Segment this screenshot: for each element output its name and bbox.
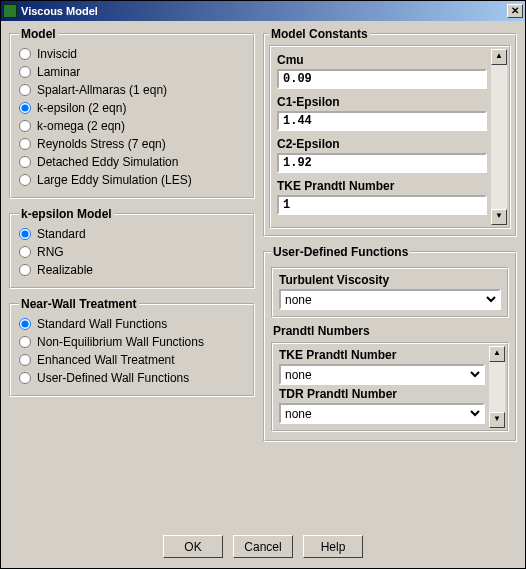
radio-nw-standard[interactable] <box>19 318 31 330</box>
label-nw-enhanced: Enhanced Wall Treatment <box>37 353 175 367</box>
c1eps-label: C1-Epsilon <box>277 95 487 109</box>
cmu-label: Cmu <box>277 53 487 67</box>
dialog-buttons: OK Cancel Help <box>9 527 517 564</box>
c2eps-input[interactable] <box>277 153 487 173</box>
nw-option-enhanced[interactable]: Enhanced Wall Treatment <box>19 351 245 369</box>
radio-les[interactable] <box>19 174 31 186</box>
prandtl-scrollbox: TKE Prandtl Number none TDR Prandtl Numb… <box>271 342 509 432</box>
cmu-input[interactable] <box>277 69 487 89</box>
radio-nw-udf[interactable] <box>19 372 31 384</box>
constants-group: Model Constants Cmu C1-Epsilon C2-Epsilo… <box>263 27 517 237</box>
turb-visc-select[interactable]: none <box>279 289 501 310</box>
label-ke-realizable: Realizable <box>37 263 93 277</box>
help-button[interactable]: Help <box>303 535 363 558</box>
tke-prandtl-input[interactable] <box>277 195 487 215</box>
constants-scrollbar[interactable]: ▲ ▼ <box>491 49 507 225</box>
model-option-spalart[interactable]: Spalart-Allmaras (1 eqn) <box>19 81 245 99</box>
ke-option-standard[interactable]: Standard <box>19 225 245 243</box>
near-wall-heading: Near-Wall Treatment <box>19 297 139 311</box>
label-nw-udf: User-Defined Wall Functions <box>37 371 189 385</box>
model-heading: Model <box>19 27 58 41</box>
scroll-down-icon[interactable]: ▼ <box>489 412 505 428</box>
label-komega: k-omega (2 eqn) <box>37 119 125 133</box>
radio-inviscid[interactable] <box>19 48 31 60</box>
ke-model-heading: k-epsilon Model <box>19 207 114 221</box>
window-title: Viscous Model <box>21 5 507 17</box>
radio-nw-enhanced[interactable] <box>19 354 31 366</box>
constants-scrollbox: Cmu C1-Epsilon C2-Epsilon TKE Prand <box>269 45 511 229</box>
prandtl-scrollbar[interactable]: ▲ ▼ <box>489 346 505 428</box>
radio-ke-rng[interactable] <box>19 246 31 258</box>
turb-visc-box: Turbulent Viscosity none <box>271 267 509 318</box>
scroll-track[interactable] <box>491 65 507 209</box>
label-nw-noneq: Non-Equilibrium Wall Functions <box>37 335 204 349</box>
label-inviscid: Inviscid <box>37 47 77 61</box>
cancel-button[interactable]: Cancel <box>233 535 293 558</box>
model-group: Model Inviscid Laminar Spalart-Allmaras … <box>9 27 255 199</box>
radio-nw-noneq[interactable] <box>19 336 31 348</box>
label-kepsilon: k-epsilon (2 eqn) <box>37 101 126 115</box>
label-ke-standard: Standard <box>37 227 86 241</box>
ke-model-group: k-epsilon Model Standard RNG Realizable <box>9 207 255 289</box>
tke-prandtl-label: TKE Prandtl Number <box>277 179 487 193</box>
scroll-down-icon[interactable]: ▼ <box>491 209 507 225</box>
radio-laminar[interactable] <box>19 66 31 78</box>
ke-option-realizable[interactable]: Realizable <box>19 261 245 279</box>
radio-des[interactable] <box>19 156 31 168</box>
viscous-model-dialog: Viscous Model ✕ Model Inviscid Laminar <box>0 0 526 569</box>
nw-option-udf[interactable]: User-Defined Wall Functions <box>19 369 245 387</box>
label-spalart: Spalart-Allmaras (1 eqn) <box>37 83 167 97</box>
radio-ke-realizable[interactable] <box>19 264 31 276</box>
nw-option-noneq[interactable]: Non-Equilibrium Wall Functions <box>19 333 245 351</box>
near-wall-group: Near-Wall Treatment Standard Wall Functi… <box>9 297 255 397</box>
model-option-reynolds[interactable]: Reynolds Stress (7 eqn) <box>19 135 245 153</box>
tdr-pr-select[interactable]: none <box>279 403 485 424</box>
udf-group: User-Defined Functions Turbulent Viscosi… <box>263 245 517 442</box>
model-option-kepsilon[interactable]: k-epsilon (2 eqn) <box>19 99 245 117</box>
c1eps-input[interactable] <box>277 111 487 131</box>
tke-pr-select[interactable]: none <box>279 364 485 385</box>
app-icon <box>3 4 17 18</box>
constants-heading: Model Constants <box>269 27 370 41</box>
label-des: Detached Eddy Simulation <box>37 155 178 169</box>
tdr-pr-label: TDR Prandtl Number <box>279 387 485 401</box>
radio-spalart[interactable] <box>19 84 31 96</box>
label-reynolds: Reynolds Stress (7 eqn) <box>37 137 166 151</box>
label-les: Large Eddy Simulation (LES) <box>37 173 192 187</box>
model-option-des[interactable]: Detached Eddy Simulation <box>19 153 245 171</box>
model-option-inviscid[interactable]: Inviscid <box>19 45 245 63</box>
scroll-up-icon[interactable]: ▲ <box>491 49 507 65</box>
udf-heading: User-Defined Functions <box>271 245 410 259</box>
model-option-laminar[interactable]: Laminar <box>19 63 245 81</box>
turb-visc-label: Turbulent Viscosity <box>279 273 501 287</box>
scroll-up-icon[interactable]: ▲ <box>489 346 505 362</box>
ok-button[interactable]: OK <box>163 535 223 558</box>
ke-option-rng[interactable]: RNG <box>19 243 245 261</box>
model-option-les[interactable]: Large Eddy Simulation (LES) <box>19 171 245 189</box>
label-ke-rng: RNG <box>37 245 64 259</box>
titlebar: Viscous Model ✕ <box>1 1 525 21</box>
c2eps-label: C2-Epsilon <box>277 137 487 151</box>
label-nw-standard: Standard Wall Functions <box>37 317 167 331</box>
radio-ke-standard[interactable] <box>19 228 31 240</box>
radio-komega[interactable] <box>19 120 31 132</box>
close-icon[interactable]: ✕ <box>507 4 523 18</box>
radio-reynolds[interactable] <box>19 138 31 150</box>
prandtl-heading: Prandtl Numbers <box>273 324 509 338</box>
model-option-komega[interactable]: k-omega (2 eqn) <box>19 117 245 135</box>
scroll-track[interactable] <box>489 362 505 412</box>
nw-option-standard[interactable]: Standard Wall Functions <box>19 315 245 333</box>
radio-kepsilon[interactable] <box>19 102 31 114</box>
label-laminar: Laminar <box>37 65 80 79</box>
tke-pr-label: TKE Prandtl Number <box>279 348 485 362</box>
